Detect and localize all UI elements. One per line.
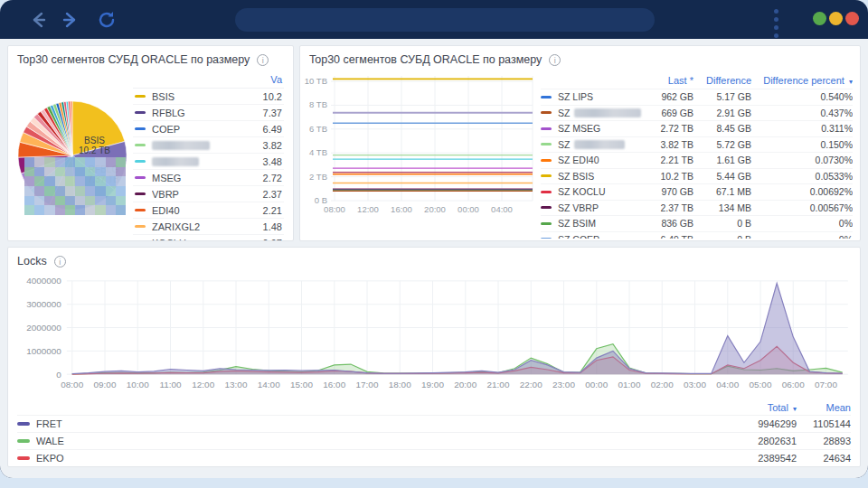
address-bar[interactable]	[235, 8, 655, 32]
series-color-swatch	[135, 160, 146, 163]
sort-caret-icon: ▾	[849, 78, 853, 86]
info-icon[interactable]: i	[257, 54, 269, 66]
timeseries-chart[interactable]: 0 B2 TB4 TB6 TB8 TB10 TB08:0012:0016:002…	[304, 67, 541, 240]
table-row[interactable]: SZ VBRP2.37 TB134 MB0.00567%	[541, 200, 853, 216]
table-row[interactable]: SZ KOCLU970 GB67.1 MB0.00692%	[541, 183, 853, 200]
table-row[interactable]: SZ MSEG2.72 TB8.45 GB0.311%	[541, 120, 853, 136]
last-value: 669 GB	[641, 108, 693, 118]
series-color-swatch	[135, 192, 146, 195]
series-label: MSEG	[152, 173, 263, 183]
traffic-light-red[interactable]	[845, 12, 859, 25]
redacted-label	[574, 108, 641, 117]
series-value: 3.48	[263, 156, 282, 167]
svg-text:3000000: 3000000	[26, 299, 61, 309]
legend-row[interactable]: COEP6.49	[133, 121, 284, 137]
kebab-menu[interactable]	[771, 5, 780, 36]
svg-text:6 TB: 6 TB	[309, 124, 327, 134]
svg-text:2000000: 2000000	[26, 323, 61, 333]
legend-row[interactable]: WALE280263128893	[17, 432, 851, 449]
table-row[interactable]: SZ LIPS962 GB5.17 GB0.540%	[541, 89, 853, 105]
mean-value: 28893	[797, 436, 851, 446]
locks-legend-header: Total ▾ Mean	[17, 399, 851, 415]
mean-value: 1105144	[797, 418, 851, 429]
table-row[interactable]: SZ EDI402.21 TB1.61 GB0.0730%	[541, 152, 853, 168]
locks-area-chart[interactable]: 0100000020000003000000400000008:0009:001…	[12, 268, 856, 399]
legend-row[interactable]: FRET99462991105144	[17, 415, 851, 432]
difference-value: 1.61 GB	[693, 155, 751, 165]
difference-percent-value: 0.00567%	[751, 202, 853, 213]
forward-button[interactable]	[60, 10, 80, 30]
series-color-swatch	[541, 174, 552, 177]
series-color-swatch	[135, 127, 146, 130]
redacted-label	[152, 141, 210, 150]
legend-row[interactable]: 3.82	[133, 137, 284, 154]
svg-text:07:00: 07:00	[815, 380, 837, 389]
header-last[interactable]: Last *	[641, 75, 693, 86]
legend-row[interactable]: MSEG2.72	[133, 170, 284, 186]
table-row[interactable]: SZ3.82 TB5.72 GB0.150%	[541, 136, 853, 153]
last-value: 2.21 TB	[641, 155, 693, 165]
series-color-swatch	[541, 159, 552, 162]
legend-row[interactable]: EKPO238954224634	[17, 449, 851, 466]
info-icon[interactable]: i	[54, 256, 66, 267]
legend-value-header[interactable]: Va	[270, 74, 282, 85]
traffic-light-yellow[interactable]	[829, 12, 843, 25]
legend-row[interactable]: 3.48	[133, 154, 284, 170]
series-label: EKPO	[36, 453, 64, 464]
back-button[interactable]	[29, 10, 49, 30]
legend-row[interactable]: BSIS10.2	[133, 89, 284, 105]
header-total[interactable]: Total ▾	[730, 402, 797, 413]
legend-row[interactable]: RFBLG7.37	[133, 105, 284, 121]
series-label: SZ	[558, 139, 570, 150]
series-color-swatch	[541, 127, 552, 130]
last-value: 2.37 TB	[641, 202, 693, 213]
svg-text:05:00: 05:00	[750, 380, 772, 389]
legend-row[interactable]: ZARIXGL21.48	[133, 219, 284, 235]
redacted-label	[574, 140, 625, 149]
legend-row[interactable]: VBRP2.37	[133, 186, 284, 202]
difference-value: 0 B	[693, 234, 751, 239]
svg-text:15:00: 15:00	[290, 380, 313, 389]
svg-text:4000000: 4000000	[26, 276, 61, 286]
series-value: 0.97	[263, 238, 282, 242]
series-color-swatch	[135, 111, 146, 114]
svg-text:20:00: 20:00	[424, 204, 446, 214]
svg-text:18:00: 18:00	[389, 380, 411, 389]
svg-text:10 TB: 10 TB	[305, 76, 327, 86]
difference-value: 5.72 GB	[693, 139, 751, 150]
traffic-light-green[interactable]	[813, 12, 826, 25]
series-value: 1.48	[263, 221, 282, 232]
refresh-button[interactable]	[97, 10, 117, 30]
legend-row[interactable]: EDI402.21	[133, 202, 284, 219]
svg-text:2 TB: 2 TB	[309, 172, 327, 182]
info-icon[interactable]: i	[549, 54, 561, 66]
last-value: 6.49 TB	[641, 234, 693, 239]
svg-text:12:00: 12:00	[357, 204, 379, 214]
header-difference-percent[interactable]: Difference percent ▾	[751, 75, 853, 86]
series-color-swatch	[541, 111, 552, 114]
difference-percent-value: 0.0533%	[751, 171, 853, 182]
legend-row[interactable]: KOCLU0.97	[133, 235, 284, 241]
difference-value: 5.44 GB	[693, 171, 751, 182]
panel-title: Top30 сегментов СУБД ORACLE по размеру	[309, 53, 542, 66]
table-row[interactable]: SZ669 GB2.91 GB0.437%	[541, 105, 853, 121]
svg-text:11:00: 11:00	[159, 380, 182, 389]
svg-text:1000000: 1000000	[26, 346, 61, 356]
svg-text:12:00: 12:00	[192, 380, 214, 389]
svg-text:17:00: 17:00	[356, 380, 379, 389]
header-mean[interactable]: Mean	[797, 402, 851, 413]
series-color-swatch	[541, 238, 552, 239]
svg-text:13:00: 13:00	[225, 380, 248, 389]
total-value: 2389542	[730, 453, 797, 464]
svg-text:06:00: 06:00	[782, 380, 805, 389]
header-difference[interactable]: Difference	[693, 75, 751, 86]
series-label: SZ	[558, 108, 570, 118]
table-row[interactable]: SZ BSIS10.2 TB5.44 GB0.0533%	[541, 168, 853, 184]
table-row[interactable]: SZ BSIM836 GB0 B0%	[541, 215, 853, 231]
difference-percent-value: 0.0730%	[751, 155, 853, 165]
table-row[interactable]: SZ COEP6.49 TB0 B0%	[541, 231, 853, 239]
series-label: SZ BSIM	[558, 218, 596, 229]
redaction-mosaic-overlay	[24, 157, 126, 215]
svg-text:16:00: 16:00	[391, 204, 412, 214]
difference-percent-value: 0.150%	[751, 139, 853, 150]
